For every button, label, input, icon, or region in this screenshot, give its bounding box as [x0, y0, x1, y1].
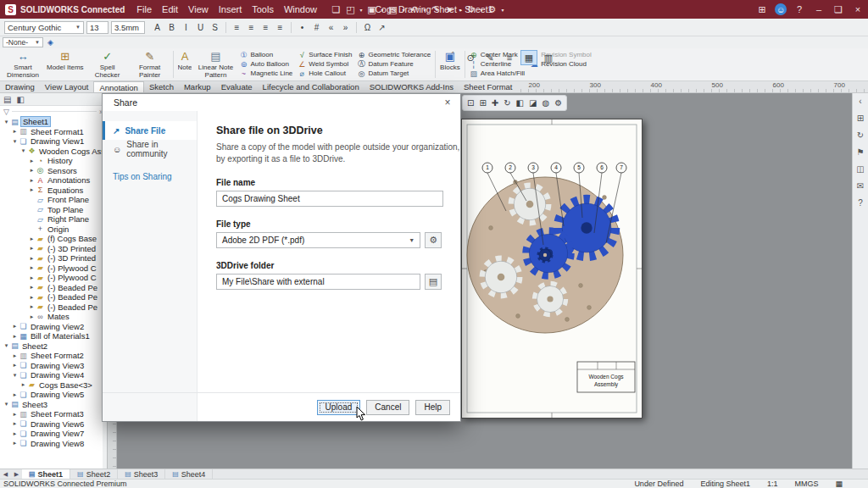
rotate-view-icon[interactable]: ↻: [504, 98, 510, 108]
expander-icon[interactable]: ▸: [11, 391, 19, 398]
expander-icon[interactable]: ▸: [28, 245, 36, 252]
tree-item[interactable]: ▸▰(-) Beaded Pe: [0, 283, 107, 293]
tree-item[interactable]: ▸▰(-) Beaded Pe: [0, 292, 107, 302]
collapse-commandmanager-icon[interactable]: ⌃: [450, 51, 456, 58]
font-color-button[interactable]: A: [150, 20, 164, 34]
expander-icon[interactable]: ▾: [3, 342, 10, 349]
expander-icon[interactable]: ▸: [28, 274, 36, 281]
expander-icon[interactable]: ▸: [11, 128, 19, 135]
tree-item[interactable]: ▸◎Sensors: [0, 166, 107, 176]
menu-edit[interactable]: Edit: [157, 4, 183, 14]
menu-file[interactable]: File: [131, 4, 157, 14]
expander-icon[interactable]: ▾: [3, 401, 10, 408]
tree-item[interactable]: ▸❏Drawing View3: [0, 361, 107, 371]
tree-item[interactable]: ▸▰(-) Plywood C: [0, 273, 107, 283]
expander-icon[interactable]: ▸: [28, 294, 36, 301]
expander-icon[interactable]: ▾: [3, 119, 10, 125]
panel-collapse-icon[interactable]: ‹: [859, 97, 861, 106]
tree-item[interactable]: ▸▰(-) 3D Printed: [0, 253, 107, 263]
justify-button[interactable]: ≡: [273, 20, 287, 34]
view-orientation-icon[interactable]: ◧: [516, 98, 524, 108]
tab-annotation[interactable]: Annotation: [93, 81, 143, 92]
status-grid-icon[interactable]: ▦: [835, 480, 843, 488]
menu-tools[interactable]: Tools: [247, 4, 279, 14]
close-icon[interactable]: ×: [441, 97, 454, 108]
hide-show-annotations-icon[interactable]: ⊙: [462, 50, 479, 65]
tree-item[interactable]: ▾▤Sheet2: [0, 341, 107, 352]
text-height-field[interactable]: 3.5mm: [111, 21, 145, 34]
expander-icon[interactable]: ▸: [11, 333, 19, 340]
dimension-style-select[interactable]: -None- ▼: [3, 37, 43, 47]
strikethrough-button[interactable]: S: [208, 20, 222, 34]
weld-symbol-button[interactable]: ∠Weld Symbol: [298, 60, 352, 68]
tree-item[interactable]: ▸AAnnotations: [0, 175, 107, 186]
expander-icon[interactable]: ▸: [11, 362, 19, 369]
expander-icon[interactable]: ▸: [28, 313, 36, 320]
symbol-button[interactable]: Ω: [360, 20, 375, 34]
tree-item[interactable]: ▸▰(f) Cogs Base: [0, 234, 107, 244]
expander-icon[interactable]: ▸: [11, 323, 19, 330]
bookmark-icon[interactable]: ⚑: [857, 147, 865, 157]
line-format-icon[interactable]: ≡: [501, 50, 518, 65]
hole-callout-button[interactable]: ⌀Hole Callout: [298, 69, 352, 77]
sidebar-item-share-file[interactable]: ↗Share File: [103, 121, 197, 140]
tab-evaluate[interactable]: Evaluate: [216, 81, 258, 92]
pan-icon[interactable]: ✚: [492, 98, 498, 108]
expander-icon[interactable]: ▸: [28, 255, 36, 262]
lifecycle-icon[interactable]: ↻: [857, 130, 864, 140]
tree-filter-row[interactable]: ▽ »: [0, 106, 107, 117]
align-left-button[interactable]: ≡: [230, 20, 244, 34]
italic-button[interactable]: I: [179, 20, 193, 34]
expander-icon[interactable]: ▸: [28, 158, 36, 164]
options-icon-caret[interactable]: ▾: [499, 3, 506, 16]
auto-balloon-button[interactable]: ⊚Auto Balloon: [239, 60, 292, 68]
tab-sketch[interactable]: Sketch: [144, 81, 179, 92]
zoom-area-icon[interactable]: ⊞: [479, 98, 486, 108]
tree-item[interactable]: ▸∞Mates: [0, 312, 107, 322]
expander-icon[interactable]: ▸: [11, 352, 19, 359]
open-icon-caret[interactable]: ▾: [358, 3, 364, 16]
layer-properties-icon[interactable]: ◈: [47, 38, 53, 47]
restore-button[interactable]: ❏: [832, 4, 845, 15]
tab-solidworks-add-ins[interactable]: SOLIDWORKS Add-Ins: [364, 81, 459, 92]
expander-icon[interactable]: ▸: [28, 284, 36, 291]
tree-item[interactable]: ▾❏Drawing View1: [0, 136, 107, 147]
cancel-button[interactable]: Cancel: [366, 400, 409, 415]
datum-target-button[interactable]: ◎Datum Target: [357, 69, 431, 77]
tree-item[interactable]: ▾▤Sheet3: [0, 400, 107, 410]
tab-markup[interactable]: Markup: [179, 81, 216, 92]
folder-input[interactable]: [216, 274, 420, 290]
spell-checker-button[interactable]: ✓Spell Checker: [86, 48, 129, 80]
geometric-tolerance-button[interactable]: ⊕Geometric Tolerance: [357, 51, 431, 58]
sheet-nav-prev-icon[interactable]: ◀: [0, 471, 11, 478]
upload-button[interactable]: Upload: [317, 400, 361, 415]
menu-view[interactable]: View: [183, 4, 214, 14]
tree-item[interactable]: ▸▥Sheet Format1: [0, 127, 107, 137]
expander-icon[interactable]: ▸: [11, 440, 19, 446]
sheet-tab-sheet1[interactable]: ▤Sheet1: [22, 469, 70, 479]
underline-button[interactable]: U: [193, 20, 208, 34]
layer-format-icon[interactable]: ▥: [540, 50, 557, 65]
new-icon[interactable]: ❏: [329, 3, 343, 16]
tree-item[interactable]: ▾❏Drawing View4: [0, 370, 107, 380]
tree-item[interactable]: ▸▰(-) 3D Printed: [0, 244, 107, 254]
tree-item[interactable]: ▱Top Plane: [0, 205, 107, 215]
tree-item[interactable]: +Origin: [0, 225, 107, 235]
file-name-input[interactable]: [216, 191, 443, 207]
sheet-tab-sheet2[interactable]: ▤Sheet2: [70, 469, 118, 479]
3dexperience-apps-icon[interactable]: ⊞: [857, 114, 864, 123]
tree-item[interactable]: ▸ΣEquations: [0, 186, 107, 196]
messages-icon[interactable]: ✉: [857, 181, 864, 191]
indent-button[interactable]: »: [338, 20, 353, 34]
sidebar-item-share-in-community[interactable]: ☺Share in community: [103, 140, 197, 158]
tree-item[interactable]: ▸❏Drawing View8: [0, 439, 107, 449]
expander-icon[interactable]: ▸: [11, 411, 19, 418]
expander-icon[interactable]: ▸: [28, 303, 36, 310]
sheet-tab-sheet4[interactable]: ▤Sheet4: [165, 469, 213, 479]
tree-item[interactable]: ▸▰(-) Plywood C: [0, 263, 107, 274]
browse-folder-button[interactable]: ▤: [425, 274, 442, 290]
tab-view-layout[interactable]: View Layout: [40, 81, 94, 92]
tree-item[interactable]: ▸❏Drawing View5: [0, 390, 107, 400]
tree-item[interactable]: ▾▤Sheet1: [0, 117, 107, 127]
help-icon[interactable]: ?: [793, 4, 806, 14]
